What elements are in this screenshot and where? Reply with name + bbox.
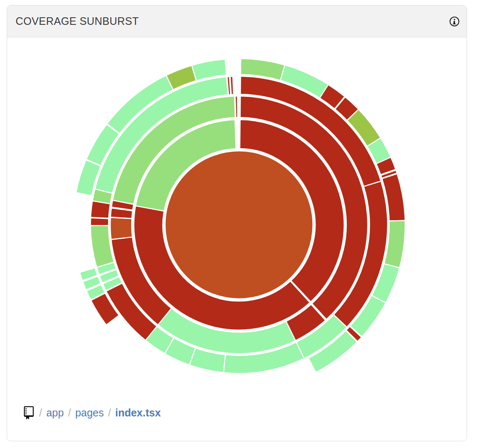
sunburst-segment-ring2[interactable]	[110, 217, 133, 239]
breadcrumb: / app / pages / index.tsx	[23, 405, 161, 420]
card-title: COVERAGE SUNBURST	[16, 15, 139, 27]
breadcrumb-separator: /	[39, 405, 42, 420]
page: COVERAGE SUNBURST	[0, 0, 478, 448]
info-button[interactable]	[449, 16, 460, 27]
breadcrumb-separator: /	[108, 405, 111, 420]
coverage-sunburst-card: COVERAGE SUNBURST	[7, 5, 467, 441]
sunburst-center[interactable]	[165, 151, 313, 299]
breadcrumb-separator: /	[68, 405, 71, 420]
sunburst-segment-ring2[interactable]	[235, 96, 238, 117]
breadcrumb-item-pages[interactable]: pages	[75, 405, 104, 420]
breadcrumb-item-current-file: index.tsx	[115, 405, 161, 420]
breadcrumb-item-app[interactable]: app	[46, 405, 64, 420]
card-header: COVERAGE SUNBURST	[7, 5, 467, 37]
book-icon[interactable]	[23, 405, 35, 420]
sunburst-segment-ring3[interactable]	[230, 76, 234, 94]
sunburst-segment-ring3[interactable]	[90, 218, 109, 225]
info-circle-icon	[449, 16, 460, 27]
sunburst-chart	[71, 56, 407, 393]
